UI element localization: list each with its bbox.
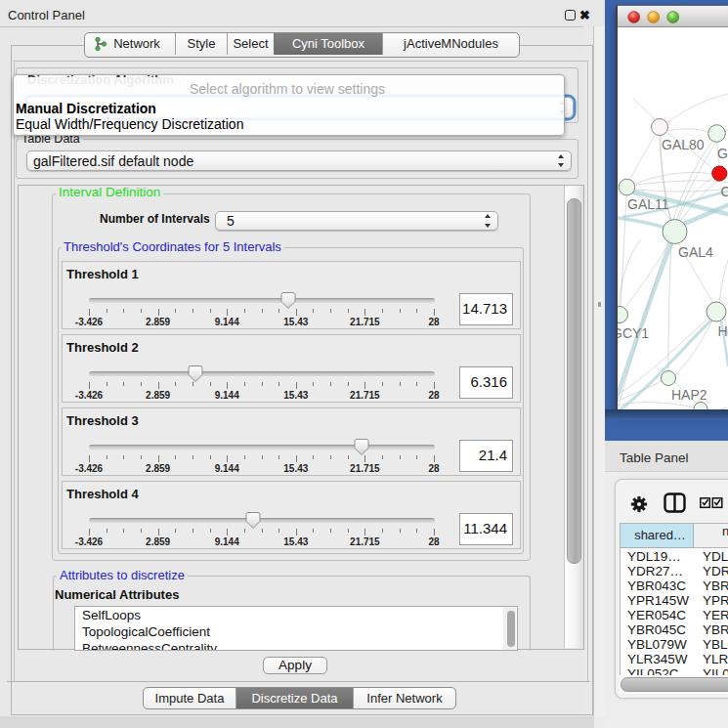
svg-text:GA: GA xyxy=(717,146,728,161)
svg-text:GAL11: GAL11 xyxy=(627,196,669,212)
svg-text:H: H xyxy=(718,323,728,339)
svg-text:GCY1: GCY1 xyxy=(618,325,649,341)
svg-text:GAL80: GAL80 xyxy=(662,137,705,152)
svg-text:C: C xyxy=(721,184,728,199)
svg-text:GAL4: GAL4 xyxy=(678,244,713,260)
svg-text:HAP2: HAP2 xyxy=(671,387,707,403)
